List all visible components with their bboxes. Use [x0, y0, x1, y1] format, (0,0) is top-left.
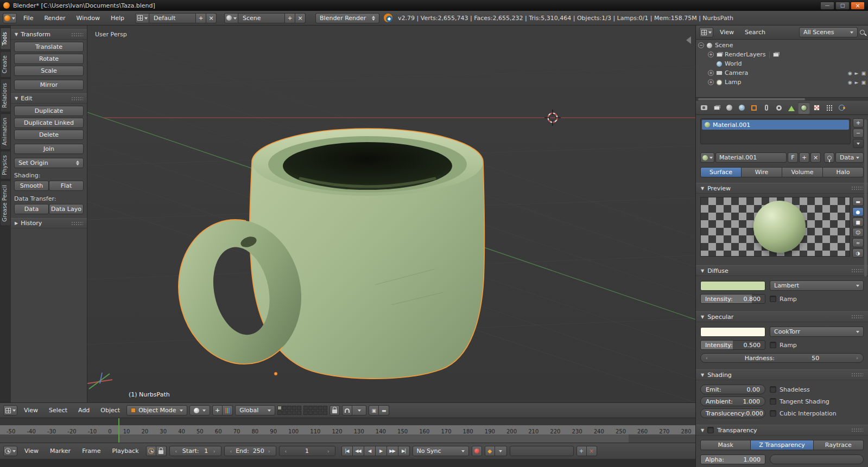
diffuse-shader-dropdown[interactable]: Lambert: [770, 280, 864, 291]
material-type-halo[interactable]: Halo: [823, 167, 864, 177]
mode-dropdown[interactable]: Object Mode: [126, 405, 187, 415]
menu-playback[interactable]: Playback: [107, 446, 143, 456]
selectability-arrow-icon[interactable]: ►: [855, 71, 859, 76]
play-reverse-button[interactable]: ◀: [364, 446, 376, 456]
tab-render[interactable]: [698, 102, 710, 114]
panel-drag-grip[interactable]: [71, 97, 83, 101]
panel-header-history[interactable]: ▶ History: [11, 218, 87, 228]
keying-dropdown[interactable]: [495, 446, 507, 456]
rotate-button[interactable]: Rotate: [14, 54, 84, 64]
tree-row-world[interactable]: World: [698, 59, 866, 68]
app-menu-button[interactable]: [3, 13, 17, 23]
editor-type-button-outliner[interactable]: [699, 27, 713, 37]
play-button[interactable]: ▶: [376, 446, 387, 456]
use-preview-range-button[interactable]: [146, 446, 156, 456]
expand-icon[interactable]: +: [708, 70, 714, 76]
shade-flat-button[interactable]: Flat: [49, 181, 84, 191]
visibility-eye-icon[interactable]: ◉: [848, 80, 852, 85]
search-icon[interactable]: [860, 30, 865, 35]
unlink-material-button[interactable]: ×: [810, 152, 821, 163]
tab-modifiers[interactable]: [773, 102, 785, 114]
sync-dropdown[interactable]: No Sync: [413, 446, 469, 456]
screen-layout-name[interactable]: Default: [149, 13, 196, 23]
panel-header-transparency[interactable]: ▼ Transparency: [696, 425, 868, 436]
tab-animation[interactable]: Animation: [0, 113, 11, 150]
timeline-ruler[interactable]: -50-40-30-20-100102030405060708090100110…: [7, 425, 692, 435]
alpha-slider[interactable]: Alpha: 1.000: [700, 455, 765, 464]
tab-create[interactable]: Create: [0, 51, 11, 78]
previous-keyframe-button[interactable]: ◀◀: [353, 446, 364, 456]
properties-scrollbar[interactable]: [864, 119, 867, 277]
delete-layout-button[interactable]: ×: [206, 13, 217, 23]
manipulator-toggle-button[interactable]: +: [212, 405, 223, 415]
tab-scene[interactable]: [723, 102, 735, 114]
manipulator-axis-button[interactable]: [223, 405, 233, 415]
scene-browse-button[interactable]: [224, 13, 238, 23]
viewport-shading-dropdown[interactable]: [189, 405, 210, 415]
collapse-icon[interactable]: −: [698, 42, 704, 48]
editor-type-button[interactable]: [3, 405, 17, 415]
translate-button[interactable]: Translate: [14, 42, 84, 52]
delete-keyframe-button[interactable]: ×: [587, 446, 597, 456]
preview-monkey-button[interactable]: ☺: [852, 228, 864, 237]
selectability-arrow-icon[interactable]: ►: [855, 80, 859, 85]
tab-tools[interactable]: Tools: [0, 28, 11, 50]
add-material-slot-button[interactable]: +: [853, 118, 864, 127]
fresnel-field[interactable]: [770, 455, 864, 464]
specular-ramp-checkbox[interactable]: [770, 342, 776, 348]
panel-drag-grip[interactable]: [851, 428, 863, 432]
emit-field[interactable]: Emit: 0.00: [700, 385, 765, 394]
menu-render[interactable]: Render: [40, 13, 69, 23]
material-specials-button[interactable]: [853, 139, 864, 148]
autokey-record-button[interactable]: [472, 446, 482, 456]
keying-set-icon-button[interactable]: ◆: [485, 446, 495, 456]
next-keyframe-button[interactable]: ▶▶: [387, 446, 398, 456]
diffuse-color-swatch[interactable]: [700, 281, 765, 291]
tab-particles[interactable]: [823, 102, 835, 114]
region-expand-icon[interactable]: [682, 36, 691, 44]
render-opengl-button[interactable]: ▣: [369, 405, 379, 415]
panel-header-transform[interactable]: ▼ Transform: [11, 29, 87, 40]
maximize-button[interactable]: □: [835, 2, 850, 10]
menu-view-timeline[interactable]: View: [20, 446, 43, 456]
lock-frame-button[interactable]: [156, 446, 167, 456]
material-type-volume[interactable]: Volume: [782, 167, 823, 177]
material-type-surface[interactable]: Surface: [700, 167, 742, 177]
tree-row-renderlayers[interactable]: + RenderLayers: [698, 50, 866, 59]
menu-frame[interactable]: Frame: [78, 446, 105, 456]
menu-view-outliner[interactable]: View: [715, 27, 738, 37]
menu-marker[interactable]: Marker: [46, 446, 75, 456]
editor-type-button-timeline[interactable]: [3, 446, 17, 456]
panel-header-shading[interactable]: ▼ Shading: [696, 369, 868, 380]
snap-toggle-button[interactable]: [342, 405, 352, 415]
set-origin-dropdown[interactable]: Set Origin: [14, 158, 84, 168]
shadeless-checkbox[interactable]: [770, 386, 776, 393]
specular-intensity-slider[interactable]: Intensity: 0.500: [700, 340, 765, 350]
menu-select[interactable]: Select: [45, 405, 72, 415]
menu-window[interactable]: Window: [72, 13, 104, 23]
duplicate-button[interactable]: Duplicate: [14, 106, 84, 116]
insert-keyframe-button[interactable]: +: [576, 446, 587, 456]
layers-left[interactable]: [277, 406, 301, 415]
minimize-button[interactable]: —: [820, 2, 834, 10]
panel-drag-grip[interactable]: [851, 268, 863, 273]
menu-view[interactable]: View: [20, 405, 42, 415]
diffuse-ramp-checkbox[interactable]: [770, 296, 776, 302]
preview-flat-button[interactable]: ▬: [852, 197, 864, 206]
transparency-ztransp-button[interactable]: Z Transparency: [751, 440, 813, 450]
delete-button[interactable]: Delete: [14, 130, 84, 140]
scale-button[interactable]: Scale: [14, 66, 84, 76]
transparency-checkbox[interactable]: [707, 427, 714, 433]
render-restrict-icon[interactable]: ▣: [861, 71, 866, 76]
current-frame-indicator[interactable]: [118, 418, 119, 443]
render-engine-dropdown[interactable]: Blender Render: [315, 13, 379, 23]
active-keying-set-field[interactable]: [510, 446, 574, 456]
tab-texture[interactable]: [810, 102, 822, 114]
tab-physics[interactable]: [835, 102, 847, 114]
tab-material[interactable]: [798, 102, 810, 114]
transparency-raytrace-button[interactable]: Raytrace: [814, 440, 864, 450]
scene-name[interactable]: Scene: [238, 13, 285, 23]
preview-hair-button[interactable]: ≈: [852, 238, 864, 247]
ambient-field[interactable]: Ambient: 1.000: [700, 396, 765, 406]
menu-help[interactable]: Help: [106, 13, 129, 23]
